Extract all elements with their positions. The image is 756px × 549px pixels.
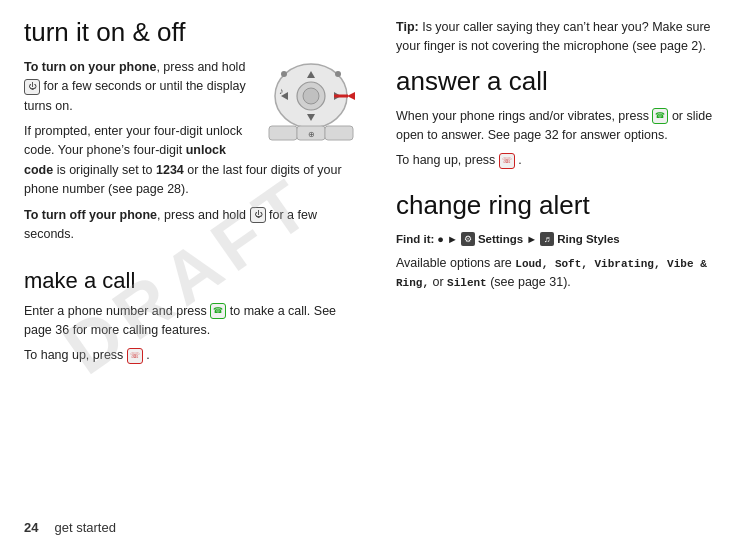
turn-on-off-section: turn it on & off: [24, 18, 364, 252]
make-call-text: Enter a phone number and press ☎ to make…: [24, 302, 364, 341]
change-ring-alert-section: change ring alert Find it: ● ► ⚙ Setting…: [396, 191, 732, 299]
make-a-call-section: make a call Enter a phone number and pre…: [24, 252, 364, 371]
phone-nav-image: ⊕ ♪: [259, 58, 364, 149]
settings-label: Settings: [478, 231, 523, 248]
svg-marker-14: [347, 92, 355, 100]
turn-on-heading: To turn on your phone: [24, 60, 156, 74]
turn-off-text: To turn off your phone, press and hold ⏻…: [24, 206, 364, 245]
turn-on-off-title: turn it on & off: [24, 18, 364, 48]
svg-rect-15: [334, 94, 348, 97]
ring-styles-icon: ♬: [540, 232, 554, 246]
ring-options-text: Available options are Loud, Soft, Vibrat…: [396, 254, 732, 293]
find-it-line: Find it: ● ► ⚙ Settings ► ♬ Ring Styles: [396, 231, 732, 248]
turn-off-heading: To turn off your phone: [24, 208, 157, 222]
svg-point-4: [335, 71, 341, 77]
settings-icon: ⚙: [461, 232, 475, 246]
end-call-icon-right: ☏: [499, 153, 515, 169]
change-ring-title: change ring alert: [396, 191, 732, 221]
page-container: turn it on & off: [0, 0, 756, 549]
right-column: Tip: Is your caller saying they can’t he…: [396, 18, 732, 531]
power-button-icon: ⏻: [24, 79, 40, 95]
svg-rect-11: [325, 126, 353, 140]
page-footer: 24 get started: [24, 520, 116, 535]
nav-dot-icon: ●: [437, 231, 444, 248]
tip-label: Tip:: [396, 20, 419, 34]
hangup-text-right: To hang up, press ☏ .: [396, 151, 732, 170]
answer-call-button-icon: ☎: [652, 108, 668, 124]
end-button-icon: ⏻: [250, 207, 266, 223]
answer-a-call-section: answer a call When your phone rings and/…: [396, 67, 732, 177]
answer-call-text: When your phone rings and/or vibrates, p…: [396, 107, 732, 146]
left-column: turn it on & off: [24, 18, 364, 531]
page-label: get started: [54, 520, 115, 535]
find-it-label: Find it:: [396, 231, 434, 248]
hangup-text-left: To hang up, press ☏ .: [24, 346, 364, 365]
svg-text:♪: ♪: [279, 86, 284, 96]
svg-point-2: [303, 88, 319, 104]
ring-silent-option: Silent: [447, 277, 487, 289]
svg-point-3: [281, 71, 287, 77]
svg-rect-9: [269, 126, 297, 140]
tip-paragraph: Tip: Is your caller saying they can’t he…: [396, 18, 732, 57]
call-button-icon: ☎: [210, 303, 226, 319]
turn-on-block: ⊕ ♪ To turn on your phone, press and hol…: [24, 58, 364, 244]
nav-arrow-icon: ►: [447, 231, 458, 248]
page-number: 24: [24, 520, 38, 535]
ring-styles-label: Ring Styles: [557, 231, 620, 248]
answer-call-title: answer a call: [396, 67, 732, 97]
make-a-call-title: make a call: [24, 268, 364, 293]
svg-text:⊕: ⊕: [308, 130, 315, 139]
end-call-button-icon: ☏: [127, 348, 143, 364]
